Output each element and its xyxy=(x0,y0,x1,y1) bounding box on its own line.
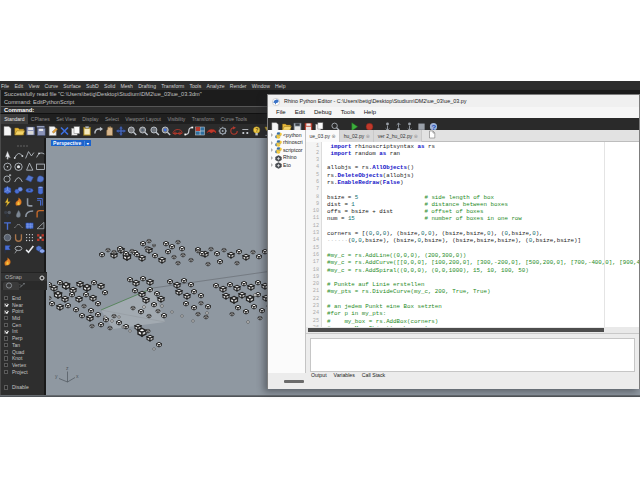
svg-text:x: x xyxy=(76,373,79,379)
svg-text:y: y xyxy=(55,373,58,379)
svg-text:?: ? xyxy=(255,127,258,133)
svg-text:z: z xyxy=(66,365,69,371)
